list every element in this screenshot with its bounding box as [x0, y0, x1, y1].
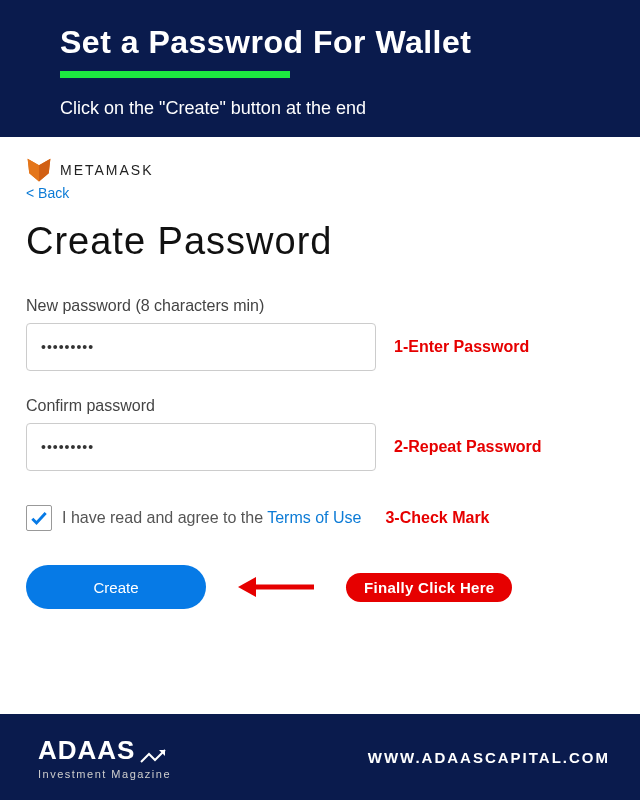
back-link[interactable]: < Back — [26, 185, 69, 201]
annotation-step-2: 2-Repeat Password — [394, 438, 542, 456]
checkmark-icon — [29, 508, 49, 528]
terms-row: I have read and agree to the Terms of Us… — [26, 505, 614, 531]
arrow-annotation — [226, 572, 326, 602]
terms-link[interactable]: Terms of Use — [267, 509, 361, 526]
svg-marker-1 — [28, 159, 39, 182]
terms-text: I have read and agree to the Terms of Us… — [62, 509, 361, 527]
page-title: Create Password — [26, 220, 614, 263]
footer-brand: ADAAS — [38, 735, 135, 766]
click-here-badge: Finally Click Here — [346, 573, 512, 602]
annotation-step-3: 3-Check Mark — [385, 509, 489, 527]
annotation-step-1: 1-Enter Password — [394, 338, 529, 356]
svg-marker-4 — [238, 577, 256, 597]
banner-title: Set a Passwrod For Wallet — [60, 24, 610, 61]
underline-accent — [60, 71, 290, 78]
footer: ADAAS Investment Magazine WWW.ADAASCAPIT… — [0, 714, 640, 800]
chart-arrow-icon — [139, 746, 169, 766]
terms-prefix: I have read and agree to the — [62, 509, 267, 526]
confirm-password-input[interactable] — [26, 423, 376, 471]
new-password-input[interactable] — [26, 323, 376, 371]
new-password-block: New password (8 characters min) 1-Enter … — [26, 297, 614, 371]
svg-marker-2 — [39, 159, 50, 182]
action-row: Create Finally Click Here — [26, 565, 614, 609]
footer-brand-block: ADAAS Investment Magazine — [38, 735, 171, 780]
create-button[interactable]: Create — [26, 565, 206, 609]
brand-name: METAMASK — [60, 162, 154, 178]
metamask-fox-icon — [26, 157, 52, 183]
new-password-label: New password (8 characters min) — [26, 297, 614, 315]
terms-checkbox[interactable] — [26, 505, 52, 531]
banner-subtitle: Click on the "Create" button at the end — [60, 98, 610, 119]
confirm-password-block: Confirm password 2-Repeat Password — [26, 397, 614, 471]
brand-row: METAMASK — [26, 157, 614, 183]
main-panel: METAMASK < Back Create Password New pass… — [0, 137, 640, 629]
instruction-banner: Set a Passwrod For Wallet Click on the "… — [0, 0, 640, 137]
footer-tagline: Investment Magazine — [38, 768, 171, 780]
confirm-password-label: Confirm password — [26, 397, 614, 415]
footer-url: WWW.ADAASCAPITAL.COM — [368, 749, 610, 766]
arrow-left-icon — [236, 572, 316, 602]
